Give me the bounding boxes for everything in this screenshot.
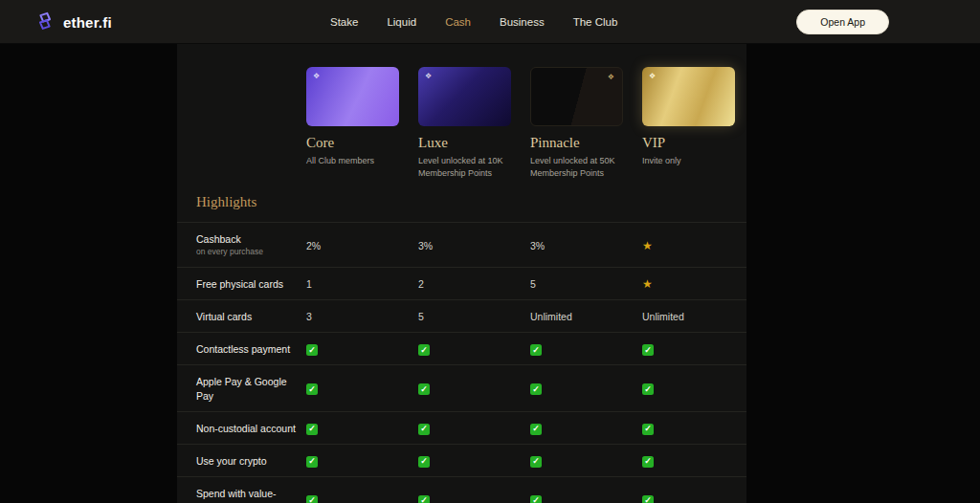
card-subtitle: Level unlocked at 10K Membership Points bbox=[418, 155, 516, 179]
section-title: Highlights bbox=[196, 194, 746, 210]
card-logo-icon: ❖ bbox=[649, 72, 656, 80]
table-row: Virtual cards35UnlimitedUnlimited bbox=[177, 299, 746, 332]
page: ether.fi StakeLiquidCashBusinessThe Club… bbox=[0, 0, 980, 503]
check-icon: ✓ bbox=[530, 383, 642, 396]
nav-item-cash[interactable]: Cash bbox=[445, 16, 471, 28]
check-icon: ✓ bbox=[642, 454, 754, 468]
table-row: Cashbackon every purchase2%3%3%★ bbox=[177, 222, 746, 267]
core-card-image: ❖ bbox=[306, 67, 399, 126]
check-icon: ✓ bbox=[418, 422, 530, 435]
pinnacle-card-image: ❖ bbox=[530, 67, 623, 126]
open-app-button[interactable]: Open App bbox=[796, 10, 889, 34]
brand[interactable]: ether.fi bbox=[34, 0, 112, 44]
row-label: Virtual cards bbox=[177, 310, 306, 323]
check-icon: ✓ bbox=[530, 454, 642, 468]
nav-item-liquid[interactable]: Liquid bbox=[387, 16, 416, 28]
main-nav: StakeLiquidCashBusinessThe Club bbox=[330, 0, 617, 44]
etherfi-logo-icon bbox=[34, 11, 56, 33]
card-subtitle: All Club members bbox=[306, 155, 404, 167]
table-row: Non-custodial account✓✓✓✓ bbox=[177, 411, 746, 444]
cell-value: 3 bbox=[306, 311, 418, 322]
cell-value: 5 bbox=[530, 278, 642, 290]
card-column-luxe: ❖LuxeLevel unlocked at 10K Membership Po… bbox=[418, 67, 530, 179]
check-icon: ✓ bbox=[642, 493, 754, 503]
card-column-vip: ❖VIPInvite only bbox=[642, 67, 754, 179]
star-icon: ★ bbox=[642, 277, 754, 291]
star-icon: ★ bbox=[642, 239, 754, 252]
cell-value: 2% bbox=[306, 240, 418, 252]
table-row: Spend with value-accruing stables✓✓✓✓ bbox=[177, 476, 746, 503]
row-label: Free physical cards bbox=[177, 277, 306, 291]
nav-item-the-club[interactable]: The Club bbox=[573, 16, 618, 28]
nav-item-stake[interactable]: Stake bbox=[330, 16, 358, 28]
card-logo-icon: ❖ bbox=[313, 72, 320, 80]
row-label: Use your crypto bbox=[177, 454, 306, 468]
check-icon: ✓ bbox=[306, 343, 418, 357]
card-logo-icon: ❖ bbox=[608, 73, 614, 81]
cell-value: 3% bbox=[418, 240, 530, 252]
row-label: Apple Pay & Google Pay bbox=[177, 375, 306, 402]
card-column-core: ❖CoreAll Club members bbox=[306, 67, 418, 179]
row-label: Non-custodial account bbox=[177, 422, 306, 435]
row-sublabel: on every purchase bbox=[196, 247, 299, 257]
card-name: Core bbox=[306, 135, 418, 151]
cell-value: Unlimited bbox=[530, 311, 642, 322]
table-row: Free physical cards125★ bbox=[177, 267, 746, 299]
card-subtitle: Level unlocked at 50K Membership Points bbox=[530, 155, 628, 179]
check-icon: ✓ bbox=[418, 343, 530, 357]
row-label: Cashbackon every purchase bbox=[177, 232, 306, 258]
nav-item-business[interactable]: Business bbox=[500, 16, 545, 28]
check-icon: ✓ bbox=[306, 383, 418, 396]
cell-value: 1 bbox=[306, 278, 418, 290]
row-label: Spend with value-accruing stables bbox=[177, 487, 306, 503]
card-column-pinnacle: ❖PinnacleLevel unlocked at 50K Membershi… bbox=[530, 67, 642, 179]
comparison-table: Cashbackon every purchase2%3%3%★Free phy… bbox=[177, 222, 746, 503]
luxe-card-image: ❖ bbox=[418, 67, 511, 126]
check-icon: ✓ bbox=[306, 422, 418, 435]
table-row: Apple Pay & Google Pay✓✓✓✓ bbox=[177, 364, 746, 410]
check-icon: ✓ bbox=[418, 454, 530, 468]
check-icon: ✓ bbox=[418, 493, 530, 503]
cell-value: 5 bbox=[418, 311, 530, 322]
check-icon: ✓ bbox=[306, 493, 418, 503]
card-name: Luxe bbox=[418, 135, 530, 151]
cell-value: 3% bbox=[530, 240, 642, 252]
check-icon: ✓ bbox=[642, 422, 754, 435]
card-tier-header: ❖CoreAll Club members❖LuxeLevel unlocked… bbox=[306, 44, 746, 179]
comparison-panel: ❖CoreAll Club members❖LuxeLevel unlocked… bbox=[177, 44, 746, 503]
check-icon: ✓ bbox=[530, 422, 642, 435]
table-row: Contactless payment✓✓✓✓ bbox=[177, 332, 746, 364]
card-logo-icon: ❖ bbox=[425, 72, 432, 80]
table-row: Use your crypto✓✓✓✓ bbox=[177, 444, 746, 476]
card-name: VIP bbox=[642, 135, 754, 151]
cell-value: Unlimited bbox=[642, 311, 754, 322]
check-icon: ✓ bbox=[306, 454, 418, 468]
card-name: Pinnacle bbox=[530, 135, 642, 151]
check-icon: ✓ bbox=[530, 493, 642, 503]
vip-card-image: ❖ bbox=[642, 67, 735, 126]
check-icon: ✓ bbox=[642, 343, 754, 357]
navbar: ether.fi StakeLiquidCashBusinessThe Club… bbox=[0, 0, 980, 44]
check-icon: ✓ bbox=[530, 343, 642, 357]
brand-label: ether.fi bbox=[63, 14, 112, 31]
check-icon: ✓ bbox=[418, 383, 530, 396]
cell-value: 2 bbox=[418, 278, 530, 290]
card-subtitle: Invite only bbox=[642, 155, 740, 167]
row-label: Contactless payment bbox=[177, 342, 306, 356]
check-icon: ✓ bbox=[642, 383, 754, 396]
